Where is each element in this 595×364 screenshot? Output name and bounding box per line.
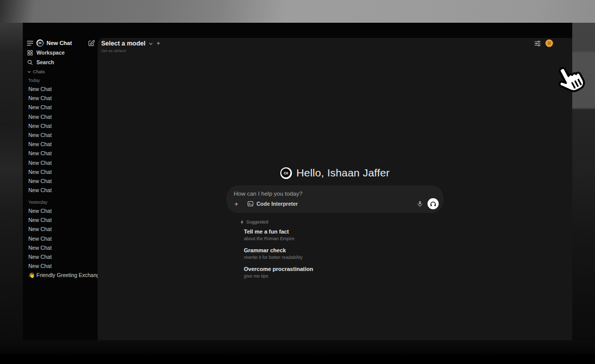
message-input-box[interactable]: How can I help you today? + Code Interpr… <box>227 186 443 212</box>
chat-list-item[interactable]: New Chat <box>23 130 98 140</box>
suggested-section: Suggested Tell me a fun fact about the R… <box>227 219 443 279</box>
avatar-glyph <box>547 41 551 45</box>
chevron-down-icon <box>27 71 31 73</box>
chat-list-item[interactable]: New Chat <box>23 186 98 195</box>
greeting-text: Hello, Ishaan Jaffer <box>296 167 390 179</box>
chat-list-item[interactable]: New Chat <box>23 103 98 112</box>
chat-list-item[interactable]: New Chat <box>23 149 98 158</box>
chat-list-item[interactable]: New Chat <box>23 121 98 130</box>
new-chat-icon[interactable] <box>88 40 95 47</box>
wallpaper-left-band <box>0 23 23 352</box>
input-toolbar: + Code Interpreter <box>232 198 439 209</box>
chats-section-label: Chats <box>33 69 45 74</box>
date-group-label-today: Today <box>28 78 40 83</box>
chat-list-item[interactable]: New Chat <box>23 94 98 103</box>
chat-list-item[interactable]: New Chat <box>23 176 98 186</box>
workspace-label: Workspace <box>36 50 65 56</box>
sidebar-title: New Chat <box>47 40 72 46</box>
suggested-header: Suggested <box>240 219 443 224</box>
sidebar-header: OI New Chat <box>27 38 95 48</box>
model-chevron-down-icon[interactable] <box>149 42 153 45</box>
code-interpreter-label: Code Interpreter <box>257 201 298 207</box>
chat-list-item[interactable]: New Chat <box>23 84 98 94</box>
chat-list-today: New ChatNew ChatNew ChatNew ChatNew Chat… <box>23 84 98 195</box>
chat-panel: Select a model + Set as default OI Hello… <box>98 38 572 340</box>
prompt-title: Overcome procrastination <box>244 266 443 272</box>
date-group-label-yesterday: Yesterday <box>28 200 48 205</box>
suggested-prompt-list: Tell me a fun fact about the Roman Empir… <box>244 229 443 279</box>
welcome-column: OI Hello, Ishaan Jaffer How can I help y… <box>227 165 443 285</box>
chat-list-item[interactable]: New Chat <box>23 140 98 149</box>
app-logo-icon: OI <box>36 39 44 47</box>
app-logo-large-icon: OI <box>280 167 292 179</box>
suggested-label: Suggested <box>246 219 268 224</box>
suggested-prompt[interactable]: Grammar check rewrite it for better read… <box>244 247 443 260</box>
prompt-subtitle: rewrite it for better readability <box>244 255 443 260</box>
sidebar-toggle-icon[interactable] <box>27 40 33 46</box>
message-input-placeholder[interactable]: How can I help you today? <box>234 191 303 197</box>
add-model-button[interactable]: + <box>157 40 160 47</box>
voice-call-button[interactable] <box>428 198 439 209</box>
suggested-prompt[interactable]: Overcome procrastination give me tips <box>244 266 443 279</box>
user-avatar[interactable] <box>545 39 553 47</box>
bolt-icon <box>240 220 244 224</box>
topbar-right-controls <box>534 39 553 47</box>
chat-list-item[interactable]: New Chat <box>23 206 98 215</box>
chat-list-item[interactable]: New Chat <box>23 234 98 243</box>
attach-plus-button[interactable]: + <box>232 200 240 208</box>
chat-list-item[interactable]: New Chat <box>23 261 98 270</box>
sidebar-item-search[interactable]: Search <box>27 58 95 66</box>
chat-list-item[interactable]: New Chat <box>23 243 98 252</box>
chat-list-item[interactable]: New Chat <box>23 224 98 234</box>
code-interpreter-toggle[interactable]: Code Interpreter <box>247 201 298 207</box>
prompt-subtitle: about the Roman Empire <box>244 236 443 241</box>
wallpaper-right-band <box>572 23 595 352</box>
chat-list-item[interactable]: New Chat <box>23 167 98 176</box>
chats-section-toggle[interactable]: Chats <box>27 69 45 74</box>
workspace-grid-icon <box>27 50 33 56</box>
model-selector[interactable]: Select a model <box>101 40 146 47</box>
chat-list-item-named[interactable]: 👋 Friendly Greeting Exchange <box>28 272 102 279</box>
chat-list-item[interactable]: New Chat <box>23 215 98 224</box>
code-interpreter-icon <box>247 201 253 207</box>
chat-list-item[interactable]: New Chat <box>23 252 98 261</box>
chat-list-item[interactable]: New Chat <box>23 112 98 121</box>
model-bar: Select a model + Set as default <box>101 40 160 53</box>
sidebar-item-workspace[interactable]: Workspace <box>27 49 95 57</box>
chat-list-yesterday: New ChatNew ChatNew ChatNew ChatNew Chat… <box>23 206 98 270</box>
prompt-title: Grammar check <box>244 247 443 254</box>
greeting-row: OI Hello, Ishaan Jaffer <box>227 165 443 180</box>
search-icon <box>27 60 33 65</box>
prompt-subtitle: give me tips <box>244 274 443 279</box>
sidebar: OI New Chat Workspace Search Chats <box>23 23 98 340</box>
set-as-default-button[interactable]: Set as default <box>101 49 160 53</box>
wallpaper-top-band <box>0 0 595 23</box>
suggested-prompt[interactable]: Tell me a fun fact about the Roman Empir… <box>244 229 443 241</box>
settings-sliders-icon[interactable] <box>534 40 541 47</box>
prompt-title: Tell me a fun fact <box>244 229 443 235</box>
wallpaper-bottom-band <box>0 340 595 364</box>
microphone-icon[interactable] <box>417 201 422 207</box>
app-window: OI New Chat Workspace Search Chats <box>23 23 572 340</box>
chat-list-item[interactable]: New Chat <box>23 158 98 167</box>
search-label: Search <box>36 59 54 65</box>
